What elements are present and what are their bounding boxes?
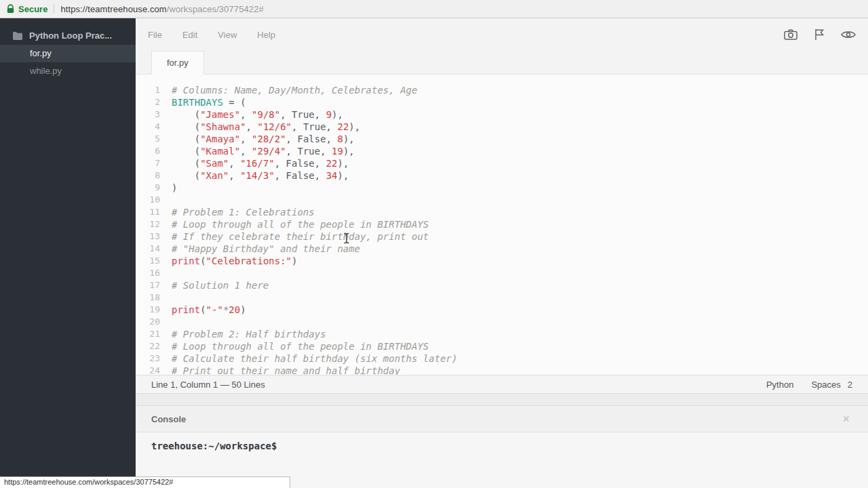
code-text: # If they celebrate their birthday, prin… (160, 230, 429, 243)
tab-bar: for.py (136, 51, 868, 75)
line-number: 12 (136, 218, 160, 230)
console-title: Console (151, 414, 186, 424)
line-number: 2 (136, 96, 160, 108)
camera-icon[interactable] (784, 29, 797, 40)
line-number: 19 (136, 304, 160, 316)
code-text: # Print out their name and half birthday (160, 365, 400, 375)
tab-for-py[interactable]: for.py (151, 51, 204, 75)
line-number: 11 (136, 206, 160, 218)
url-scheme: https:// (60, 4, 87, 14)
code-line-19: 19print("-"*20) (136, 304, 868, 316)
code-line-14: 14# "Happy Birthday" and their name (136, 243, 868, 255)
statusbar-right: Python Spaces 2 (766, 380, 852, 390)
code-line-4: 4 ("Shawna", "12/6", True, 22), (136, 121, 868, 133)
code-text (160, 194, 172, 206)
indent-label: Spaces (811, 380, 840, 390)
code-line-10: 10 (136, 194, 868, 206)
line-number: 8 (136, 169, 160, 182)
url-host: teamtreehouse.com (87, 4, 167, 14)
code-line-8: 8 ("Xan", "14/3", False, 34), (136, 169, 868, 182)
code-text: ("Xan", "14/3", False, 34), (160, 169, 349, 182)
code-line-15: 15print("Celebrations:") (136, 255, 868, 267)
code-line-5: 5 ("Amaya", "28/2", False, 8), (136, 133, 868, 145)
menubar: FileEditViewHelp (136, 18, 868, 51)
line-number: 20 (136, 316, 160, 328)
panel-resize-gap[interactable] (136, 394, 868, 405)
line-number: 18 (136, 291, 160, 304)
code-text: ) (160, 182, 177, 194)
line-number: 15 (136, 255, 160, 267)
code-text: ("Kamal", "29/4", True, 19), (160, 145, 355, 157)
line-number: 3 (136, 108, 160, 121)
secure-label: Secure (18, 4, 47, 14)
line-number: 21 (136, 328, 160, 340)
code-text: print("-"*20) (160, 304, 246, 316)
line-number: 10 (136, 194, 160, 206)
code-line-11: 11# Problem 1: Celebrations (136, 206, 868, 218)
code-line-2: 2BIRTHDAYS = ( (136, 96, 868, 108)
folder-icon (13, 32, 22, 40)
code-text: BIRTHDAYS = ( (160, 96, 246, 108)
security-chip[interactable]: Secure (7, 4, 47, 14)
line-number: 13 (136, 230, 160, 243)
code-editor[interactable]: 1# Columns: Name, Day/Month, Celebrates,… (136, 75, 868, 375)
browser-url-bar[interactable]: Secure https://teamtreehouse.com/workspa… (0, 0, 868, 18)
toolbar-icons (784, 28, 856, 41)
line-number: 7 (136, 157, 160, 169)
code-text (160, 291, 172, 304)
line-number: 1 (136, 84, 160, 96)
line-number: 14 (136, 243, 160, 255)
line-number: 22 (136, 340, 160, 352)
tab-label: for.py (167, 58, 189, 68)
menu-help[interactable]: Help (257, 30, 275, 40)
sidebar-file-while.py[interactable]: while.py (0, 62, 136, 80)
code-line-20: 20 (136, 316, 868, 328)
code-text: ("James", "9/8", True, 9), (160, 108, 343, 121)
file-list: for.pywhile.py (0, 45, 136, 80)
url-path: /workspaces/30775422# (167, 4, 264, 14)
code-line-9: 9) (136, 182, 868, 194)
line-number: 17 (136, 279, 160, 291)
code-text: # Problem 1: Celebrations (160, 206, 315, 218)
line-number: 5 (136, 133, 160, 145)
lock-icon (7, 4, 14, 14)
code-line-22: 22# Loop through all of the people in BI… (136, 340, 868, 352)
url-text[interactable]: https://teamtreehouse.com/workspaces/307… (60, 4, 263, 14)
code-text: ("Shawna", "12/6", True, 22), (160, 121, 360, 133)
eye-icon[interactable] (841, 30, 856, 39)
indent-value: 2 (848, 380, 852, 390)
language-mode[interactable]: Python (766, 380, 793, 390)
line-number: 4 (136, 121, 160, 133)
code-text: # Solution 1 here (160, 279, 269, 291)
indent-setting[interactable]: Spaces 2 (811, 380, 852, 390)
workspace-app: Python Loop Prac... for.pywhile.py FileE… (0, 18, 868, 488)
code-line-18: 18 (136, 291, 868, 304)
project-name: Python Loop Prac... (29, 30, 112, 41)
menu-edit[interactable]: Edit (182, 30, 197, 40)
code-text: # Loop through all of the people in BIRT… (160, 218, 429, 230)
code-line-16: 16 (136, 267, 868, 279)
close-console-button[interactable]: × (842, 413, 850, 425)
flag-icon[interactable] (814, 28, 825, 41)
code-line-24: 24# Print out their name and half birthd… (136, 365, 868, 375)
line-number: 16 (136, 267, 160, 279)
line-number: 6 (136, 145, 160, 157)
menu-view[interactable]: View (218, 30, 237, 40)
chip-divider (54, 4, 54, 14)
line-number: 24 (136, 365, 160, 375)
code-text: # "Happy Birthday" and their name (160, 243, 360, 255)
menu-items: FileEditViewHelp (148, 30, 275, 40)
text-cursor-pointer (343, 232, 350, 246)
code-line-6: 6 ("Kamal", "29/4", True, 19), (136, 145, 868, 157)
code-line-17: 17# Solution 1 here (136, 279, 868, 291)
menu-file[interactable]: File (148, 30, 162, 40)
sidebar-file-for.py[interactable]: for.py (0, 45, 136, 62)
editor-lines: 1# Columns: Name, Day/Month, Celebrates,… (136, 84, 868, 375)
editor-pane: FileEditViewHelp (136, 18, 868, 488)
console-header: Console × (136, 405, 868, 432)
code-text: print("Celebrations:") (160, 255, 297, 267)
line-number: 23 (136, 352, 160, 365)
sidebar-project-folder[interactable]: Python Loop Prac... (0, 26, 136, 45)
file-tree-sidebar: Python Loop Prac... for.pywhile.py (0, 18, 136, 488)
code-text: ("Amaya", "28/2", False, 8), (160, 133, 355, 145)
